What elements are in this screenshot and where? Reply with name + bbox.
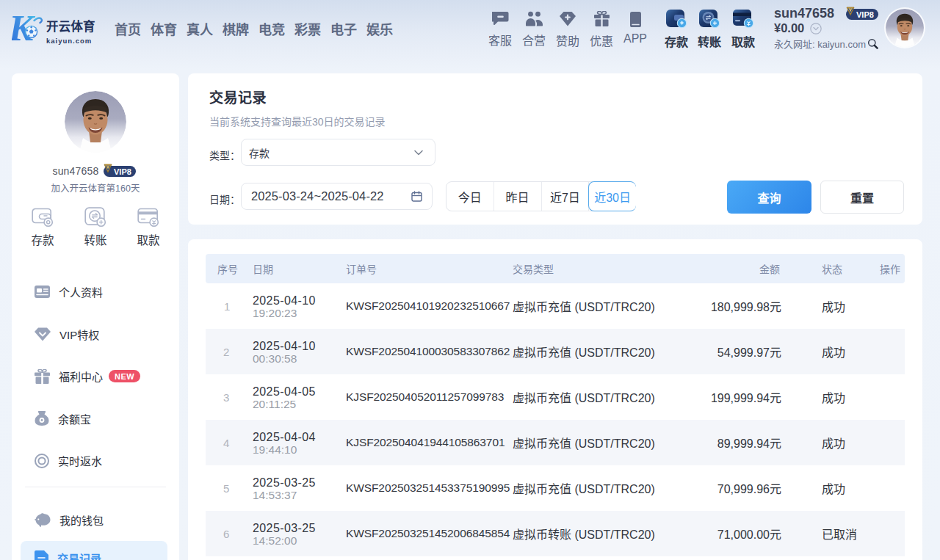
svg-text:VIP8: VIP8 [856,10,874,18]
svg-text:VIP8: VIP8 [114,167,131,176]
